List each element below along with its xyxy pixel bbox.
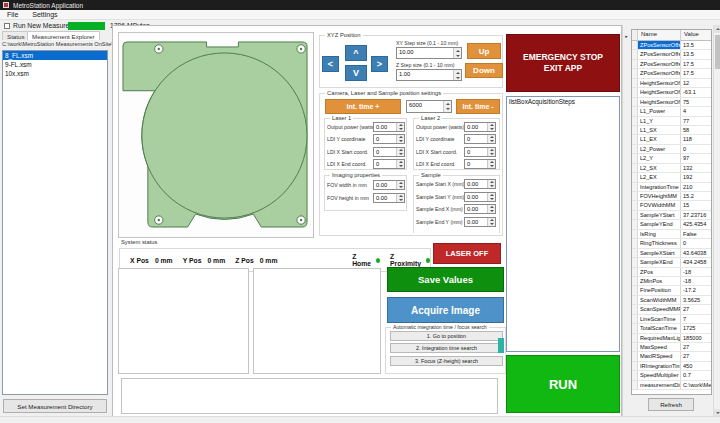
parameter-row[interactable]: FinePosition -17.2 [632,286,711,295]
parameter-row[interactable]: L2_SX 132 [632,164,711,173]
parameter-row[interactable]: TotalScanTime 1725 [632,324,711,333]
parameter-row[interactable]: ScanSpeedMMPS 27 [632,305,711,314]
parameter-row[interactable]: FOVHeightMM 15.2 [632,192,711,201]
splitter-arrow-icon[interactable]: ▸ [623,33,630,39]
spinner-arrows[interactable] [443,101,451,112]
parameter-row[interactable]: measurementDire... C:\work\MetroSt... [632,381,711,390]
tab-measurement-explorer[interactable]: Measurement Explorer [27,31,100,40]
parameter-row[interactable]: ZPos -18 [632,268,711,277]
int-time-input[interactable]: 6000 [406,100,452,113]
z-up-button[interactable]: Up [467,43,501,59]
parameter-row[interactable]: IRIntegrationTime 450 [632,362,711,371]
parameter-row[interactable]: L2_Y 97 [632,154,711,163]
int-time-plus-button[interactable]: Int. time + [325,99,401,114]
setting-input[interactable]: 0.00 [464,192,496,202]
setting-input[interactable]: 0 [464,134,496,144]
setting-input[interactable]: 0.00 [464,122,496,132]
move-up-arrow-button[interactable]: ^ [345,45,367,61]
file-item[interactable]: 9-FL.xsm [3,60,107,69]
focus-search-step-button[interactable]: 3. Focus (Z-height) search [390,356,503,366]
parameter-row[interactable]: ZPosSensorOffse... 13.5 [632,41,711,50]
parameter-row[interactable]: ZPosSensorOffse... 13.5 [632,50,711,59]
parameter-row[interactable]: IntegrationTime 210 [632,183,711,192]
acquisition-steps-listbox[interactable]: listBoxAcquisitionSteps [506,96,620,352]
parameter-row[interactable]: SpeedMultiplier 0.7 [632,371,711,380]
setting-input[interactable]: 0.00 [373,193,405,203]
setting-input[interactable]: 0.00 [373,180,405,190]
setting-input[interactable]: 0.00 [464,204,496,214]
setting-input[interactable]: 0.00 [373,122,405,132]
tab-status[interactable]: Status [2,31,30,40]
refresh-button[interactable]: Refresh [648,398,694,411]
scroll-up-arrow[interactable] [714,25,720,33]
spinner-arrows[interactable] [487,135,495,143]
parameter-row[interactable]: L2_EX 192 [632,173,711,182]
parameter-row[interactable]: RingThickness 0 [632,239,711,248]
menu-item[interactable]: File [0,11,25,18]
bottom-log-box[interactable] [121,378,498,414]
parameter-row[interactable]: MaxIRSpeed 27 [632,352,711,361]
emergency-stop-button[interactable]: EMERGENCY STOP EXIT APP [506,34,620,92]
move-left-arrow-button[interactable]: < [322,56,339,72]
move-right-arrow-button[interactable]: > [371,56,388,72]
spinner-arrows[interactable] [396,181,404,189]
parameter-row[interactable]: L1_SX 58 [632,126,711,135]
int-time-minus-button[interactable]: Int. time - [456,99,500,114]
acquire-image-button[interactable]: Acquire Image [387,297,504,323]
scroll-thumb[interactable] [715,35,720,69]
set-measurement-directory-button[interactable]: Set Measurement Directory [3,399,107,413]
setting-input[interactable]: 0.00 [464,217,496,227]
parameter-row[interactable]: SampleXStart 43.64038 [632,249,711,258]
result-listbox-right[interactable] [253,268,381,374]
z-step-size-input[interactable]: 1.00 [396,69,462,81]
parameter-row[interactable]: IsRing False [632,230,711,239]
panel-splitter[interactable]: ▸ [622,25,630,417]
parameter-row[interactable]: MaxSpeed 27 [632,343,711,352]
setting-input[interactable]: 0 [373,134,405,144]
parameter-row[interactable]: L1_Y 77 [632,117,711,126]
file-item[interactable]: 10x.xsm [3,69,107,78]
spinner-arrows[interactable] [487,148,495,156]
save-values-button[interactable]: Save Values [387,267,504,292]
xy-step-size-input[interactable]: 10.00 [396,47,462,59]
z-down-button[interactable]: Down [465,63,503,78]
parameter-row[interactable]: SampleXEnd 434.2458 [632,258,711,267]
parameter-row[interactable]: HeightSensorOffs... 75 [632,98,711,107]
measurement-file-list[interactable]: 8_FL.xsm9-FL.xsm10x.xsm [2,50,108,395]
parameter-row[interactable]: L1_Power 4 [632,107,711,116]
parameter-row[interactable]: L1_EX 118 [632,135,711,144]
spinner-arrows[interactable] [487,123,495,131]
parameter-row[interactable]: RequiredMaxLigh... 185000 [632,334,711,343]
file-item[interactable]: 8_FL.xsm [3,51,107,60]
parameter-row[interactable]: ZPosSensorOffse... 17.5 [632,69,711,78]
parameters-table[interactable]: Name Value ZPosSensorOffse... 13.5 ZPosS… [631,29,712,395]
spinner-arrows[interactable] [396,194,404,202]
spinner-arrows[interactable] [396,148,404,156]
spinner-arrows[interactable] [487,180,495,188]
spinner-arrows[interactable] [487,205,495,213]
run-new-measurement-checkbox[interactable] [4,23,10,29]
menu-item[interactable]: Settings [25,11,64,18]
setting-input[interactable]: 0 [373,147,405,157]
parameter-row[interactable]: LineScanTime 7 [632,315,711,324]
move-down-arrow-button[interactable]: V [345,65,367,81]
parameter-row[interactable]: HeightSensorOffs... -63.1 [632,88,711,97]
parameter-row[interactable]: ScanWidthMM 3.5625 [632,296,711,305]
parameter-row[interactable]: SampleYStart 37.23716 [632,211,711,220]
spinner-arrows[interactable] [453,48,461,58]
focus-search-step-button[interactable]: 2. Integration time search [390,343,503,353]
spinner-arrows[interactable] [487,218,495,226]
parameter-row[interactable]: L2_Power 0 [632,145,711,154]
parameter-row[interactable]: HeightSensorOffs... 12 [632,79,711,88]
laser-off-button[interactable]: LASER OFF [433,243,501,264]
run-button[interactable]: RUN [506,355,620,413]
parameter-row[interactable]: SampleYEnd 425.4354 [632,220,711,229]
setting-input[interactable]: 0.00 [464,179,496,189]
spinner-arrows[interactable] [453,70,461,80]
parameter-row[interactable]: FOVWidthMM 15 [632,201,711,210]
parameter-row[interactable]: ZMinPos -18 [632,277,711,286]
vertical-scrollbar[interactable] [713,25,720,417]
spinner-arrows[interactable] [487,160,495,168]
spinner-arrows[interactable] [396,135,404,143]
setting-input[interactable]: 0 [373,159,405,169]
